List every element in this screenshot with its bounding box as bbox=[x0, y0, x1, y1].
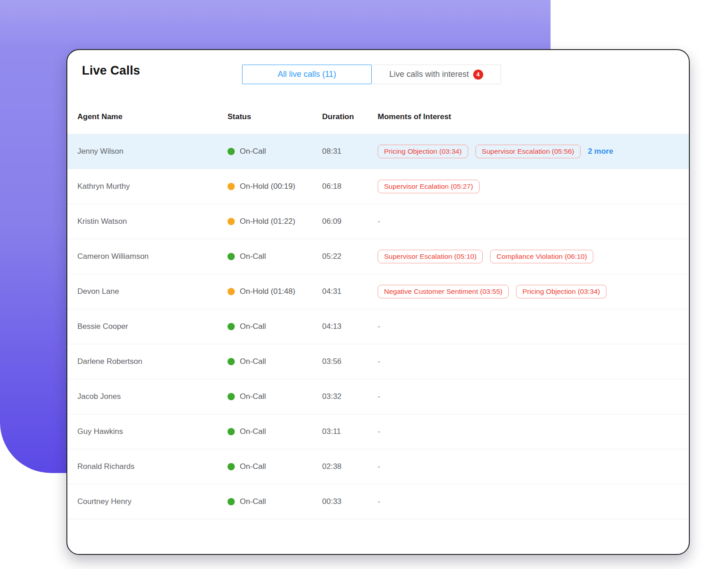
table-row[interactable]: Kathryn Murthy On-Hold (00:19) 06:18 Sup… bbox=[67, 169, 689, 204]
moments-cell: Negative Customer Sentiment (03:55)Prici… bbox=[378, 285, 679, 298]
moments-cell: Supervisor Escalation (05:10)Compliance … bbox=[378, 250, 679, 263]
status-text: On-Call bbox=[240, 147, 266, 156]
moment-badge[interactable]: Pricing Objection (03:34) bbox=[516, 285, 607, 298]
no-moments-placeholder: - bbox=[378, 462, 380, 471]
status-dot-icon bbox=[228, 428, 235, 435]
page-title: Live Calls bbox=[82, 64, 140, 78]
duration-cell: 08:31 bbox=[322, 147, 378, 156]
duration-cell: 06:18 bbox=[322, 182, 378, 191]
column-header-moments: Moments of Interest bbox=[378, 112, 679, 121]
moment-badge[interactable]: Supervisor Escalation (05:10) bbox=[378, 250, 483, 263]
column-header-agent-name: Agent Name bbox=[77, 112, 228, 121]
agent-name-cell: Kathryn Murthy bbox=[77, 182, 228, 191]
table-row[interactable]: Cameron Williamson On-Call 05:22 Supervi… bbox=[67, 239, 689, 274]
status-cell: On-Call bbox=[228, 392, 322, 401]
tab-live-calls-with-interest[interactable]: Live calls with interest 4 bbox=[371, 65, 501, 84]
status-cell: On-Hold (00:19) bbox=[228, 182, 322, 191]
no-moments-placeholder: - bbox=[378, 322, 380, 331]
status-dot-icon bbox=[228, 218, 235, 225]
moment-badge[interactable]: Negative Customer Sentiment (03:55) bbox=[378, 285, 509, 298]
status-dot-icon bbox=[228, 358, 235, 365]
status-dot-icon bbox=[228, 253, 235, 260]
table-row[interactable]: Jacob Jones On-Call 03:32 - bbox=[67, 379, 689, 414]
agent-name-cell: Guy Hawkins bbox=[77, 427, 228, 436]
duration-cell: 03:32 bbox=[322, 392, 378, 401]
moments-cell: - bbox=[378, 322, 679, 331]
status-cell: On-Call bbox=[228, 497, 322, 506]
table-row[interactable]: Kristin Watson On-Hold (01:22) 06:09 - bbox=[67, 204, 689, 239]
agent-name-cell: Darlene Robertson bbox=[77, 357, 228, 366]
no-moments-placeholder: - bbox=[378, 497, 380, 506]
moments-cell: Pricing Objection (03:34)Supervisor Esca… bbox=[378, 145, 679, 158]
column-header-status: Status bbox=[228, 112, 322, 121]
moments-cell: - bbox=[378, 462, 679, 471]
moments-cell: - bbox=[378, 427, 679, 436]
moments-cell: Supervisor Ecalation (05:27) bbox=[378, 180, 679, 193]
no-moments-placeholder: - bbox=[378, 357, 380, 366]
status-cell: On-Call bbox=[228, 462, 322, 471]
status-text: On-Call bbox=[240, 357, 266, 366]
status-text: On-Call bbox=[240, 497, 266, 506]
live-calls-panel: Live Calls All live calls (11) Live call… bbox=[66, 49, 690, 555]
status-dot-icon bbox=[228, 148, 235, 155]
agent-name-cell: Cameron Williamson bbox=[77, 252, 228, 261]
duration-cell: 00:33 bbox=[322, 497, 378, 506]
tab-live-calls-with-interest-label: Live calls with interest bbox=[389, 70, 469, 79]
table-row[interactable]: Devon Lane On-Hold (01:48) 04:31 Negativ… bbox=[67, 274, 689, 309]
no-moments-placeholder: - bbox=[378, 217, 380, 226]
duration-cell: 05:22 bbox=[322, 252, 378, 261]
status-text: On-Call bbox=[240, 427, 266, 436]
duration-cell: 02:38 bbox=[322, 462, 378, 471]
interest-count-badge: 4 bbox=[473, 70, 483, 80]
table-row[interactable]: Bessie Cooper On-Call 04:13 - bbox=[67, 309, 689, 344]
table-body: Jenny Wilson On-Call 08:31 Pricing Objec… bbox=[67, 134, 689, 519]
status-cell: On-Call bbox=[228, 322, 322, 331]
moments-cell: - bbox=[378, 392, 679, 401]
column-header-duration: Duration bbox=[322, 112, 378, 121]
moments-cell: - bbox=[378, 217, 679, 226]
duration-cell: 03:11 bbox=[322, 427, 378, 436]
tab-group: All live calls (11) Live calls with inte… bbox=[242, 65, 501, 84]
table-row[interactable]: Jenny Wilson On-Call 08:31 Pricing Objec… bbox=[67, 134, 689, 169]
status-text: On-Call bbox=[240, 392, 266, 401]
agent-name-cell: Bessie Cooper bbox=[77, 322, 228, 331]
status-cell: On-Hold (01:22) bbox=[228, 217, 322, 226]
tab-all-live-calls[interactable]: All live calls (11) bbox=[242, 65, 372, 84]
status-text: On-Call bbox=[240, 252, 266, 261]
status-dot-icon bbox=[228, 288, 235, 295]
table-row[interactable]: Guy Hawkins On-Call 03:11 - bbox=[67, 414, 689, 449]
table-row[interactable]: Courtney Henry On-Call 00:33 - bbox=[67, 484, 689, 519]
status-cell: On-Call bbox=[228, 252, 322, 261]
moments-cell: - bbox=[378, 497, 679, 506]
moments-cell: - bbox=[378, 357, 679, 366]
status-cell: On-Hold (01:48) bbox=[228, 287, 322, 296]
agent-name-cell: Courtney Henry bbox=[77, 497, 228, 506]
agent-name-cell: Ronald Richards bbox=[77, 462, 228, 471]
agent-name-cell: Kristin Watson bbox=[77, 217, 228, 226]
agent-name-cell: Jacob Jones bbox=[77, 392, 228, 401]
status-dot-icon bbox=[228, 463, 235, 470]
moment-badge[interactable]: Pricing Objection (03:34) bbox=[378, 145, 468, 158]
agent-name-cell: Jenny Wilson bbox=[77, 147, 228, 156]
status-text: On-Call bbox=[240, 322, 266, 331]
duration-cell: 04:31 bbox=[322, 287, 378, 296]
duration-cell: 04:13 bbox=[322, 322, 378, 331]
agent-name-cell: Devon Lane bbox=[77, 287, 228, 296]
no-moments-placeholder: - bbox=[378, 427, 380, 436]
status-text: On-Hold (00:19) bbox=[240, 182, 295, 191]
status-text: On-Hold (01:48) bbox=[240, 287, 295, 296]
more-moments-link[interactable]: 2 more bbox=[588, 147, 613, 156]
table-row[interactable]: Darlene Robertson On-Call 03:56 - bbox=[67, 344, 689, 379]
status-cell: On-Call bbox=[228, 147, 322, 156]
moment-badge[interactable]: Compliance Violation (06:10) bbox=[490, 250, 593, 263]
status-dot-icon bbox=[228, 323, 235, 330]
no-moments-placeholder: - bbox=[378, 392, 380, 401]
table-row[interactable]: Ronald Richards On-Call 02:38 - bbox=[67, 449, 689, 484]
status-dot-icon bbox=[228, 183, 235, 190]
moment-badge[interactable]: Supervisor Escalation (05:56) bbox=[475, 145, 581, 158]
status-text: On-Call bbox=[240, 462, 266, 471]
table-header-row: Agent Name Status Duration Moments of In… bbox=[67, 100, 689, 134]
status-text: On-Hold (01:22) bbox=[240, 217, 295, 226]
moment-badge[interactable]: Supervisor Ecalation (05:27) bbox=[378, 180, 480, 193]
duration-cell: 03:56 bbox=[322, 357, 378, 366]
